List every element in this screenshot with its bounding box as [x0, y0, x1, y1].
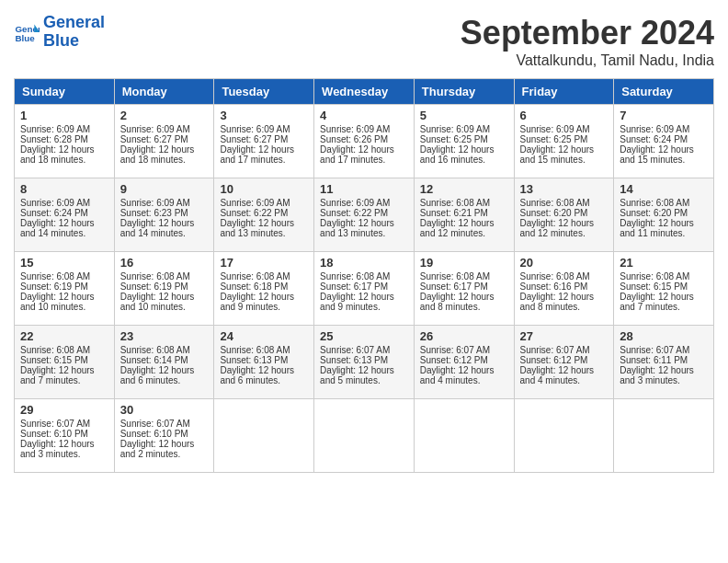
day-number: 3 [220, 109, 308, 122]
daylight: Daylight: 12 hours and 6 minutes. [220, 365, 294, 385]
day-number: 1 [20, 109, 108, 122]
logo-line2: Blue [43, 31, 79, 50]
day-cell-19: 19Sunrise: 6:08 AMSunset: 6:17 PMDayligh… [414, 252, 514, 326]
sunset: Sunset: 6:18 PM [220, 282, 288, 292]
daylight: Daylight: 12 hours and 3 minutes. [620, 365, 694, 385]
daylight: Daylight: 12 hours and 2 minutes. [120, 439, 195, 459]
day-number: 16 [120, 256, 209, 270]
svg-text:Blue: Blue [15, 33, 35, 43]
sunset: Sunset: 6:17 PM [320, 282, 388, 292]
day-number: 24 [220, 329, 308, 343]
sunset: Sunset: 6:27 PM [220, 134, 288, 144]
daylight: Daylight: 12 hours and 18 minutes. [20, 144, 95, 165]
sunset: Sunset: 6:19 PM [120, 282, 188, 292]
sunrise: Sunrise: 6:09 AM [120, 198, 190, 208]
sunrise: Sunrise: 6:09 AM [320, 124, 390, 134]
sunrise: Sunrise: 6:08 AM [520, 198, 590, 208]
sunrise: Sunrise: 6:08 AM [20, 345, 90, 355]
daylight: Daylight: 12 hours and 15 minutes. [620, 144, 694, 165]
daylight: Daylight: 12 hours and 13 minutes. [320, 218, 394, 238]
logo-icon: General Blue [14, 19, 40, 45]
week-row-4: 22Sunrise: 6:08 AMSunset: 6:15 PMDayligh… [15, 326, 714, 399]
sunset: Sunset: 6:16 PM [520, 282, 588, 292]
sunrise: Sunrise: 6:08 AM [120, 345, 190, 355]
day-number: 4 [320, 109, 408, 122]
month-title: September 2024 [461, 14, 714, 52]
sunrise: Sunrise: 6:08 AM [520, 271, 590, 282]
col-header-wednesday: Wednesday [314, 79, 415, 105]
day-cell-2: 2Sunrise: 6:09 AMSunset: 6:27 PMDaylight… [114, 105, 214, 178]
day-number: 26 [420, 329, 508, 343]
sunset: Sunset: 6:15 PM [620, 282, 688, 292]
daylight: Daylight: 12 hours and 8 minutes. [420, 292, 495, 312]
empty-cell [414, 399, 514, 473]
day-cell-24: 24Sunrise: 6:08 AMSunset: 6:13 PMDayligh… [214, 326, 314, 399]
day-cell-5: 5Sunrise: 6:09 AMSunset: 6:25 PMDaylight… [414, 105, 514, 178]
week-row-1: 1Sunrise: 6:09 AMSunset: 6:28 PMDaylight… [15, 105, 714, 178]
day-cell-6: 6Sunrise: 6:09 AMSunset: 6:25 PMDaylight… [514, 105, 614, 178]
day-cell-10: 10Sunrise: 6:09 AMSunset: 6:22 PMDayligh… [214, 178, 314, 252]
header-row: SundayMondayTuesdayWednesdayThursdayFrid… [15, 79, 714, 105]
sunset: Sunset: 6:27 PM [120, 134, 188, 144]
week-row-2: 8Sunrise: 6:09 AMSunset: 6:24 PMDaylight… [15, 178, 714, 252]
day-number: 19 [420, 256, 508, 270]
logo-text: General Blue [43, 14, 105, 51]
day-number: 12 [420, 182, 508, 196]
day-cell-9: 9Sunrise: 6:09 AMSunset: 6:23 PMDaylight… [114, 178, 214, 252]
sunset: Sunset: 6:15 PM [20, 355, 88, 365]
day-cell-15: 15Sunrise: 6:08 AMSunset: 6:19 PMDayligh… [15, 252, 115, 326]
day-number: 11 [320, 182, 408, 196]
sunrise: Sunrise: 6:07 AM [20, 419, 90, 429]
col-header-friday: Friday [514, 79, 614, 105]
empty-cell [314, 399, 415, 473]
daylight: Daylight: 12 hours and 16 minutes. [420, 144, 495, 165]
daylight: Daylight: 12 hours and 18 minutes. [120, 144, 195, 165]
day-cell-22: 22Sunrise: 6:08 AMSunset: 6:15 PMDayligh… [15, 326, 115, 399]
sunset: Sunset: 6:20 PM [620, 208, 688, 218]
sunset: Sunset: 6:19 PM [20, 282, 88, 292]
sunset: Sunset: 6:13 PM [220, 355, 288, 365]
sunrise: Sunrise: 6:08 AM [20, 271, 90, 282]
day-cell-21: 21Sunrise: 6:08 AMSunset: 6:15 PMDayligh… [614, 252, 714, 326]
day-number: 14 [620, 182, 708, 196]
daylight: Daylight: 12 hours and 3 minutes. [20, 439, 95, 459]
day-cell-7: 7Sunrise: 6:09 AMSunset: 6:24 PMDaylight… [614, 105, 714, 178]
sunrise: Sunrise: 6:09 AM [20, 124, 90, 134]
day-cell-23: 23Sunrise: 6:08 AMSunset: 6:14 PMDayligh… [114, 326, 214, 399]
daylight: Daylight: 12 hours and 9 minutes. [320, 292, 394, 312]
day-cell-20: 20Sunrise: 6:08 AMSunset: 6:16 PMDayligh… [514, 252, 614, 326]
day-cell-14: 14Sunrise: 6:08 AMSunset: 6:20 PMDayligh… [614, 178, 714, 252]
day-number: 25 [320, 329, 408, 343]
sunrise: Sunrise: 6:09 AM [420, 124, 490, 134]
day-number: 8 [20, 182, 108, 196]
day-cell-8: 8Sunrise: 6:09 AMSunset: 6:24 PMDaylight… [15, 178, 115, 252]
daylight: Daylight: 12 hours and 10 minutes. [20, 292, 95, 312]
day-number: 5 [420, 109, 508, 122]
sunset: Sunset: 6:14 PM [120, 355, 188, 365]
day-number: 20 [520, 256, 609, 270]
week-row-3: 15Sunrise: 6:08 AMSunset: 6:19 PMDayligh… [15, 252, 714, 326]
sunrise: Sunrise: 6:08 AM [220, 271, 290, 282]
day-number: 2 [120, 109, 209, 122]
daylight: Daylight: 12 hours and 5 minutes. [320, 365, 394, 385]
sunrise: Sunrise: 6:09 AM [520, 124, 590, 134]
sunrise: Sunrise: 6:08 AM [620, 271, 689, 282]
sunset: Sunset: 6:13 PM [320, 355, 388, 365]
sunrise: Sunrise: 6:07 AM [120, 419, 190, 429]
col-header-monday: Monday [114, 79, 214, 105]
sunset: Sunset: 6:17 PM [420, 282, 488, 292]
day-number: 29 [20, 403, 108, 417]
sunrise: Sunrise: 6:07 AM [620, 345, 689, 355]
daylight: Daylight: 12 hours and 17 minutes. [220, 144, 294, 165]
logo-line1: General [43, 13, 105, 31]
daylight: Daylight: 12 hours and 6 minutes. [120, 365, 195, 385]
day-cell-29: 29Sunrise: 6:07 AMSunset: 6:10 PMDayligh… [15, 399, 115, 473]
calendar-table: SundayMondayTuesdayWednesdayThursdayFrid… [14, 78, 714, 473]
daylight: Daylight: 12 hours and 14 minutes. [20, 218, 95, 238]
sunrise: Sunrise: 6:09 AM [220, 198, 290, 208]
daylight: Daylight: 12 hours and 10 minutes. [120, 292, 195, 312]
sunset: Sunset: 6:12 PM [520, 355, 588, 365]
day-cell-17: 17Sunrise: 6:08 AMSunset: 6:18 PMDayligh… [214, 252, 314, 326]
col-header-tuesday: Tuesday [214, 79, 314, 105]
sunrise: Sunrise: 6:09 AM [620, 124, 689, 134]
